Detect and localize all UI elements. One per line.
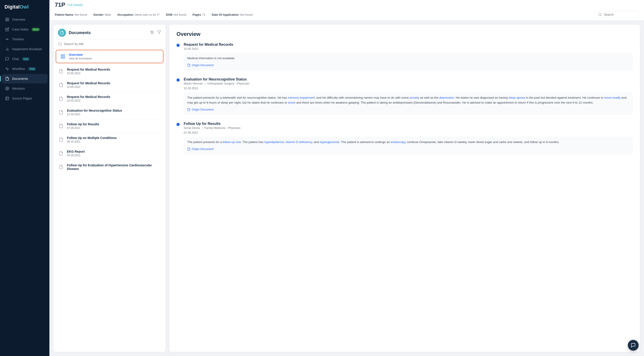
link-depression[interactable]: depression	[439, 96, 454, 99]
overview-title: Overview	[176, 31, 633, 37]
sidebar-item-overview[interactable]: Overview	[2, 15, 48, 24]
sidebar-item-timeline[interactable]: Timeline	[2, 34, 48, 44]
dob-value: Not found	[174, 13, 186, 16]
docs-icon-circle	[58, 29, 66, 37]
svg-rect-1	[8, 18, 9, 19]
doc-item-title-3: Request for Medical Records	[67, 95, 110, 99]
entry-dot-2	[176, 123, 180, 126]
date-of-application-value: Not found	[240, 13, 252, 16]
sort-icon[interactable]	[150, 30, 154, 35]
list-item-5[interactable]: Follow Up for Results 07.08.2021	[54, 119, 166, 133]
entry-body-2: The patient presents for a follow-up vis…	[184, 137, 633, 155]
doc-file-icon-3	[58, 96, 64, 102]
sidebar-item-mentions[interactable]: Mentions	[2, 84, 48, 93]
list-item-2[interactable]: Request for Medical Records 10.05.2022	[54, 78, 166, 92]
patient-name-field: Patient Name Not found	[55, 13, 87, 16]
list-item-8[interactable]: Follow Up for Evaluation of Hypertensive…	[54, 160, 166, 175]
list-item-7[interactable]: EKG Report 05.26.2021	[54, 147, 166, 160]
doc-item-date-6: 06.10.2021	[67, 140, 117, 143]
entry-dot-1	[176, 78, 180, 82]
doc-item-date-2: 10.05.2022	[67, 85, 110, 89]
timeline-icon	[5, 37, 10, 41]
pages-field: Pages 71	[192, 13, 206, 16]
list-item-1[interactable]: Request for Medical Records 10.05.2022	[54, 65, 166, 78]
entry-title-1: Evaluation for Neurocognitive Status	[184, 77, 633, 81]
sidebar-item-label-source-pages: Source Pages	[12, 97, 32, 100]
body-content: Documents	[50, 21, 644, 356]
origin-doc-icon-1	[187, 108, 190, 111]
sidebar-item-workflow[interactable]: Workflow Trial	[2, 64, 48, 74]
entry-date-1: 12.30.2021	[184, 87, 633, 90]
origin-doc-link-2[interactable]: Origin Document	[187, 147, 629, 152]
doc-item-title-8: Follow Up for Evaluation of Hypertensive…	[67, 164, 161, 171]
sidebar-item-label-case-notes: Case Notes	[12, 27, 28, 31]
link-snore[interactable]: snore	[288, 101, 296, 104]
header-title-section: 71P Full Details	[55, 1, 638, 9]
overview-entry-0: Request for Medical Records 10.05.2022 M…	[176, 43, 633, 71]
doc-file-icon-4	[58, 109, 64, 115]
sidebar-item-source-pages[interactable]: Source Pages	[2, 94, 48, 103]
link-anxiety[interactable]: anxiety	[410, 96, 419, 99]
pages-label: Pages	[192, 13, 201, 16]
sidebar-item-label-impairment-rundown: Impairment Rundown	[12, 47, 42, 51]
docs-search-input[interactable]	[64, 42, 161, 46]
link-vitamin-d[interactable]: vitamin D deficiency	[286, 140, 312, 144]
dob-field: DOB Not found	[166, 13, 186, 16]
origin-doc-label-2: Origin Document	[192, 147, 214, 152]
list-item-overview[interactable]: Overview View all summaries	[56, 50, 164, 63]
list-item-3[interactable]: Request for Medical Records 10.05.2022	[54, 92, 166, 106]
filter-icon[interactable]	[157, 30, 161, 35]
origin-doc-link-0[interactable]: Origin Document	[187, 63, 629, 68]
sidebar-item-label-chat: Chat	[12, 57, 19, 61]
list-item-6[interactable]: Follow Up on Multiple Conditions 06.10.2…	[54, 133, 166, 147]
entry-meta-1: Martin Herman | Orthopaedic Surgery - Ph…	[184, 82, 633, 85]
patient-name-label: Patient Name	[55, 13, 73, 16]
svg-rect-0	[6, 18, 7, 19]
sidebar-item-case-notes[interactable]: Case Notes Beta	[2, 25, 48, 34]
sidebar-item-chat[interactable]: Chat Trial	[2, 54, 48, 64]
sidebar-item-documents[interactable]: Documents	[2, 74, 48, 83]
entry-dot-0	[176, 44, 180, 47]
link-followup-visit[interactable]: follow-up visit	[223, 140, 241, 144]
entry-meta-2: Sonia Deora | Family Medicine - Physicia…	[184, 126, 633, 130]
svg-rect-22	[63, 57, 65, 58]
docs-header: Documents	[54, 25, 166, 40]
pages-value: 71	[202, 13, 206, 16]
doc-item-sub-0: View all summaries	[69, 57, 92, 60]
chat-fab-icon	[631, 343, 636, 348]
svg-rect-20	[63, 55, 65, 56]
link-snore-loudly[interactable]: snore loudly	[604, 96, 621, 99]
entry-date-2: 07.08.2021	[184, 131, 633, 134]
link-memory-impairment[interactable]: memory impairment	[288, 96, 314, 99]
sidebar-item-label-workflow: Workflow	[12, 67, 25, 71]
list-item-4[interactable]: Evaluation for Neurocognitive Status 12.…	[54, 106, 166, 119]
origin-doc-link-1[interactable]: Origin Document	[187, 107, 629, 112]
search-input[interactable]	[604, 13, 635, 16]
gender-field: Gender Male	[94, 13, 111, 16]
beta-badge: Beta	[32, 28, 40, 31]
patient-name-value: Not found	[74, 13, 87, 16]
doc-item-title-4: Evaluation for Neurocognitive Status	[67, 109, 122, 112]
page-id: 71P	[55, 1, 65, 8]
link-endoscopy[interactable]: endoscopy	[391, 140, 405, 144]
link-sleep-apnea[interactable]: sleep apnea	[508, 96, 525, 99]
sidebar-item-impairment-rundown[interactable]: Impairment Rundown	[2, 44, 48, 54]
doc-item-title-2: Request for Medical Records	[67, 81, 110, 85]
docs-title-row: Documents	[58, 29, 91, 37]
doc-item-title-1: Request for Medical Records	[67, 68, 110, 71]
trial-badge-chat: Trial	[22, 57, 30, 61]
search-area[interactable]	[594, 11, 638, 18]
doc-file-icon-5	[58, 123, 64, 129]
gender-label: Gender	[94, 13, 104, 16]
gender-value: Male	[105, 13, 111, 16]
entry-doctor-2: Sonia Deora	[184, 126, 200, 130]
sidebar-item-label-documents: Documents	[12, 77, 28, 80]
chat-fab-button[interactable]	[628, 340, 638, 351]
docs-search[interactable]	[54, 40, 166, 48]
full-details-link[interactable]: Full Details	[67, 3, 83, 7]
svg-line-15	[601, 15, 601, 16]
chat-icon	[5, 57, 10, 61]
link-hyperglycemia[interactable]: hyperglycemia	[320, 140, 339, 144]
svg-rect-21	[61, 57, 62, 58]
link-hyperlipidemia[interactable]: hyperlipidemia	[264, 140, 284, 144]
